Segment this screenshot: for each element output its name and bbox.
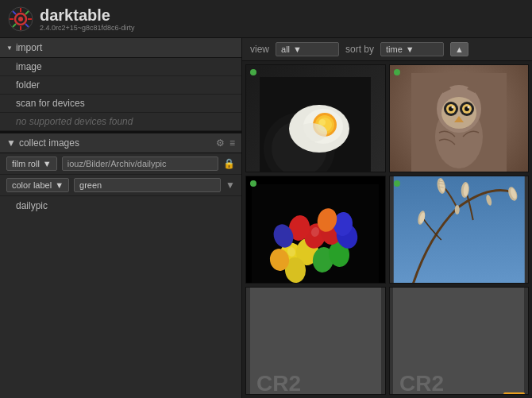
color-label-dropdown[interactable]: color label ▼ xyxy=(6,178,69,192)
sort-dropdown[interactable]: time ▼ xyxy=(380,42,444,56)
picks-image xyxy=(246,176,385,284)
view-value: all xyxy=(281,44,290,54)
sort-value: time xyxy=(386,44,403,54)
color-label-value-dropdown[interactable]: green xyxy=(74,178,221,192)
svg-point-19 xyxy=(319,119,326,126)
tl80-badge: tI80 xyxy=(503,392,525,395)
import-section-label: import xyxy=(16,42,42,53)
import-no-devices-item: no supported devices found xyxy=(0,113,241,131)
owl-svg xyxy=(411,73,507,172)
thumbnail-picks[interactable] xyxy=(245,176,386,284)
svg-point-2 xyxy=(18,17,23,21)
collect-section-title: ▼ collect images xyxy=(6,137,216,149)
svg-point-33 xyxy=(451,106,453,109)
film-roll-label: film roll xyxy=(12,159,40,168)
thumb-inner-owl xyxy=(390,65,529,172)
egg-image xyxy=(246,65,385,172)
thumb-inner-egg xyxy=(246,65,385,172)
content-area: view all ▼ sort by time ▼ ▲ xyxy=(242,38,532,398)
svg-text:CR2: CR2 xyxy=(399,371,444,395)
view-dropdown-arrow-icon: ▼ xyxy=(293,44,302,54)
owl-image xyxy=(390,65,529,172)
collection-name: dailypic xyxy=(0,196,241,215)
film-roll-path: iouz/Bilder/Archiv/dailypic xyxy=(62,156,218,171)
thumbnail-cr2b[interactable]: CR2 tI80 xyxy=(389,287,530,395)
cr2a-svg: CR2 xyxy=(250,288,381,395)
thumb-inner-cr2a: CR2 xyxy=(246,288,385,395)
status-dot-willow xyxy=(394,180,400,187)
film-roll-row: film roll ▼ iouz/Bilder/Archiv/dailypic … xyxy=(0,153,241,175)
cr2b-svg: CR2 xyxy=(393,288,524,395)
sort-direction-button[interactable]: ▲ xyxy=(450,42,468,56)
list-icon[interactable]: ≡ xyxy=(229,137,235,149)
status-dot-egg xyxy=(250,69,256,75)
svg-rect-52 xyxy=(393,176,524,284)
import-arrow-icon: ▼ xyxy=(6,44,13,52)
import-items-list: image folder scan for devices no support… xyxy=(0,58,241,131)
top-bar: view all ▼ sort by time ▼ ▲ xyxy=(242,38,532,61)
collect-arrow-icon: ▼ xyxy=(6,137,16,149)
app-header: darktable 2.4.0rc2+15~g8c81fd8c6-dirty xyxy=(0,0,532,38)
status-dot-picks xyxy=(250,180,256,187)
logo-text: darktable 2.4.0rc2+15~g8c81fd8c6-dirty xyxy=(40,6,135,32)
thumb-inner-cr2b: CR2 tI80 xyxy=(390,288,529,395)
darktable-logo-icon xyxy=(8,6,33,32)
film-roll-dropdown[interactable]: film roll ▼ xyxy=(6,156,57,171)
view-label: view xyxy=(250,44,269,55)
film-roll-arrow-icon: ▼ xyxy=(43,159,52,168)
svg-point-20 xyxy=(295,123,327,142)
film-roll-lock-icon: 🔒 xyxy=(223,158,235,169)
import-scan-devices-item[interactable]: scan for devices xyxy=(0,95,241,113)
status-dot-owl xyxy=(394,69,400,75)
collect-section-header[interactable]: ▼ collect images ⚙ ≡ xyxy=(0,131,241,153)
picks-svg xyxy=(252,184,379,284)
thumbnail-egg[interactable] xyxy=(245,64,386,172)
app-name: darktable xyxy=(40,6,135,24)
willow-svg xyxy=(390,176,529,284)
view-dropdown[interactable]: all ▼ xyxy=(276,42,339,56)
thumbnail-cr2a[interactable]: CR2 xyxy=(245,287,386,395)
sort-label: sort by xyxy=(345,44,374,55)
egg-svg xyxy=(260,77,371,172)
thumb-inner-picks xyxy=(246,176,385,284)
svg-point-34 xyxy=(467,106,469,109)
color-label-arrow2-icon: ▼ xyxy=(226,180,235,191)
color-label-arrow-icon: ▼ xyxy=(55,180,64,190)
import-folder-item[interactable]: folder xyxy=(0,76,241,95)
thumbnail-owl[interactable] xyxy=(389,64,530,172)
sort-dropdown-arrow-icon: ▼ xyxy=(406,44,414,54)
import-image-item[interactable]: image xyxy=(0,58,241,76)
app-version: 2.4.0rc2+15~g8c81fd8c6-dirty xyxy=(40,24,135,32)
color-label-label: color label xyxy=(12,180,52,190)
color-label-row: color label ▼ green ▼ xyxy=(0,175,241,196)
image-grid: CR2 CR2 tI80 xyxy=(242,61,532,398)
app-logo: darktable 2.4.0rc2+15~g8c81fd8c6-dirty xyxy=(8,6,135,32)
color-label-value: green xyxy=(79,180,102,190)
main-layout: ▼ import image folder scan for devices n… xyxy=(0,38,532,398)
gear-icon[interactable]: ⚙ xyxy=(216,137,225,149)
svg-text:CR2: CR2 xyxy=(256,371,301,395)
import-section-header[interactable]: ▼ import xyxy=(0,38,241,58)
collect-section-label: collect images xyxy=(19,137,79,149)
collect-section-icons: ⚙ ≡ xyxy=(216,137,235,149)
svg-point-61 xyxy=(454,205,459,214)
sidebar: ▼ import image folder scan for devices n… xyxy=(0,38,242,398)
thumb-inner-willow xyxy=(390,176,529,284)
thumbnail-willow[interactable] xyxy=(389,176,530,284)
